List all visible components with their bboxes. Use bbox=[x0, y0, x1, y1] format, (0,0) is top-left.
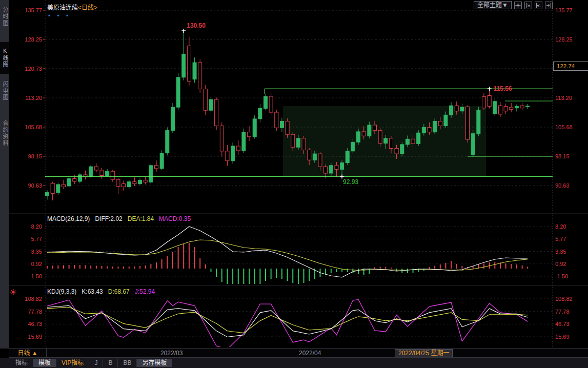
axis-label: 115.56 bbox=[494, 85, 512, 92]
axis-label: 5.77 bbox=[555, 236, 566, 242]
date-tick-april: 2022/04 bbox=[299, 350, 321, 357]
axis-label: 98.15 bbox=[555, 153, 570, 159]
j-line bbox=[47, 299, 528, 349]
tab-indicators[interactable]: 指标 bbox=[10, 359, 33, 367]
axis-label: 77.78 bbox=[28, 309, 42, 315]
dea-line bbox=[47, 240, 528, 270]
kdj-params: KDJ(9,3,3) bbox=[47, 288, 76, 295]
symbol-name: 美原油连续 bbox=[47, 4, 78, 11]
cursor-date-badge: 2022/04/25 星期一 bbox=[395, 349, 453, 357]
axis-label: 8.20 bbox=[555, 223, 566, 230]
sidebar-item-time-chart[interactable]: 分时图 bbox=[0, 2, 9, 31]
kdj-header: KDJ(9,3,3)K:63.43D:68.67J:52.94 bbox=[47, 288, 160, 295]
axis-label: 108.82 bbox=[555, 296, 573, 302]
kdj-k-value: K:63.43 bbox=[82, 288, 103, 295]
sidebar-item-contract-info[interactable]: 合约资料 bbox=[0, 113, 9, 154]
date-axis-bar: 日线 ▲ 2022/03 2022/04 2022/04/25 星期一 bbox=[9, 348, 588, 358]
axis-label: 0.92 bbox=[555, 261, 566, 267]
sidebar-item-kline-chart[interactable]: K线图 bbox=[0, 42, 9, 74]
tab-templates[interactable]: 模板 bbox=[33, 359, 56, 367]
theme-dropdown-button[interactable]: 全部主题▼ bbox=[474, 1, 512, 9]
tab-j[interactable]: J bbox=[89, 359, 103, 367]
axis-label: 128.25 bbox=[25, 36, 42, 43]
axis-label: 108.82 bbox=[25, 296, 42, 302]
period-selector[interactable]: 日线 ▲ bbox=[9, 349, 47, 358]
axis-label: -1.50 bbox=[555, 273, 568, 279]
page-title: 美原油连续<日线> bbox=[47, 3, 97, 11]
axis-label: 90.63 bbox=[28, 182, 42, 189]
kdj-j-value: J:52.94 bbox=[135, 288, 155, 295]
axis-label: 3.35 bbox=[555, 249, 566, 255]
chart-canvas[interactable]: 135.77135.77128.25128.25120.73120.73113.… bbox=[0, 0, 588, 368]
macd-dea-value: DEA:1.84 bbox=[128, 215, 154, 222]
crosshair-move-icon[interactable] bbox=[514, 2, 522, 9]
period-tag: <日线> bbox=[78, 4, 97, 11]
axis-label: -1.50 bbox=[29, 273, 42, 279]
tab-save-template[interactable]: 另存模板 bbox=[136, 359, 172, 367]
tab-b[interactable]: B bbox=[103, 359, 117, 367]
axis-label: 135.77 bbox=[555, 7, 573, 13]
axis-zoom-in-icon[interactable] bbox=[524, 2, 532, 9]
axis-label: 92.93 bbox=[343, 178, 358, 186]
axis-label: 135.77 bbox=[25, 7, 42, 13]
macd-header: MACD(26,12,9)DIFF:2.02DEA:1.84MACD:0.35 bbox=[47, 215, 196, 222]
axis-label: 77.78 bbox=[555, 309, 570, 315]
axis-label: 128.25 bbox=[555, 36, 573, 43]
page-right-icon[interactable] bbox=[545, 2, 553, 9]
axis-label: 15.69 bbox=[28, 334, 42, 340]
chart-type-strip: 分时图 K线图 闪电图 合约资料 bbox=[0, 0, 9, 349]
axis-label: 15.69 bbox=[555, 334, 570, 340]
sidebar-item-lightning-chart[interactable]: 闪电图 bbox=[0, 76, 9, 106]
tab-vip-indicators[interactable]: VIP指标 bbox=[56, 359, 89, 367]
kdj-d-value: D:68.67 bbox=[108, 288, 130, 295]
date-tick-march: 2022/03 bbox=[160, 350, 183, 357]
axis-label: 98.15 bbox=[28, 153, 42, 159]
last-price-badge: 122.74 bbox=[553, 62, 588, 71]
axis-zoom-out-icon[interactable] bbox=[535, 2, 542, 9]
indicator-tab-bar: 指标 模板 VIP指标 J B BB 另存模板 bbox=[0, 358, 588, 368]
axis-label: 130.50 bbox=[187, 22, 206, 29]
macd-macd-value: MACD:0.35 bbox=[159, 215, 191, 222]
d-line bbox=[47, 308, 528, 333]
indicator-settings-icon[interactable] bbox=[10, 289, 17, 298]
tab-bb[interactable]: BB bbox=[117, 359, 136, 367]
axis-label: 46.73 bbox=[28, 321, 42, 327]
top-toolbar: 全部主题▼ bbox=[474, 1, 553, 9]
axis-label: 0.92 bbox=[31, 261, 42, 267]
axis-label: 8.20 bbox=[31, 223, 42, 230]
axis-label: 113.20 bbox=[555, 95, 572, 101]
axis-label: 120.73 bbox=[25, 66, 42, 72]
macd-diff-value: DIFF:2.02 bbox=[95, 215, 122, 222]
axis-label: 5.77 bbox=[31, 236, 42, 242]
axis-label: 105.68 bbox=[25, 124, 42, 130]
axis-label: 46.73 bbox=[555, 321, 570, 327]
chart-application: 135.77135.77128.25128.25120.73120.73113.… bbox=[0, 0, 588, 368]
axis-label: 105.68 bbox=[555, 124, 573, 130]
axis-label: 90.63 bbox=[555, 182, 570, 189]
macd-params: MACD(26,12,9) bbox=[47, 215, 90, 222]
more-dots[interactable]: • • • bbox=[48, 12, 71, 19]
macd-histogram bbox=[47, 243, 528, 292]
axis-label: 113.20 bbox=[25, 95, 42, 101]
axis-label: 3.35 bbox=[31, 249, 42, 255]
